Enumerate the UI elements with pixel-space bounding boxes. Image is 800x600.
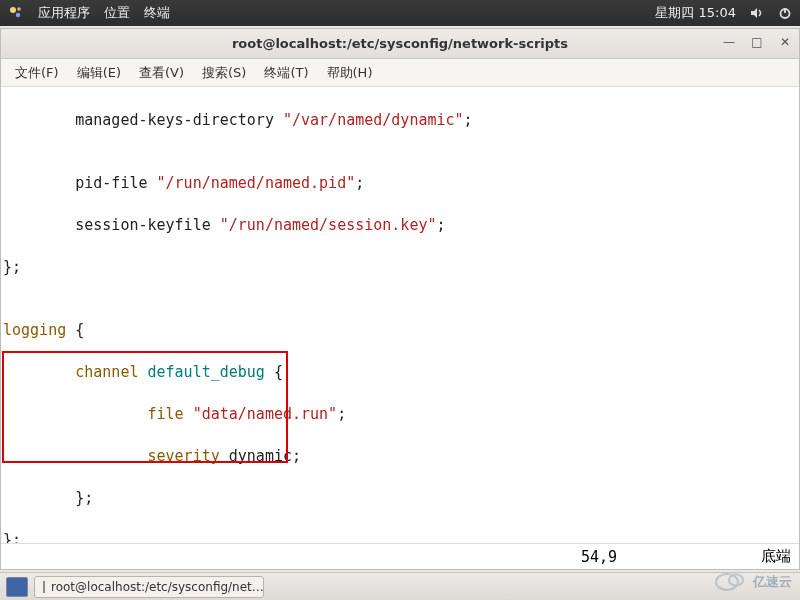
menu-view[interactable]: 查看(V) [131, 61, 192, 85]
menu-search[interactable]: 搜索(S) [194, 61, 254, 85]
topbar-right: 星期四 15:04 [655, 4, 792, 22]
menu-edit[interactable]: 编辑(E) [69, 61, 129, 85]
code-line: logging { [3, 320, 797, 341]
menu-places[interactable]: 位置 [104, 4, 130, 22]
topbar-left: 应用程序 位置 终端 [8, 4, 170, 22]
code-line: pid-file "/run/named/named.pid"; [3, 173, 797, 194]
maximize-button[interactable]: □ [749, 34, 765, 50]
highlight-box [2, 351, 288, 463]
window-titlebar[interactable]: root@localhost:/etc/sysconfig/network-sc… [1, 29, 799, 59]
taskbar-item-terminal[interactable]: root@localhost:/etc/sysconfig/net… [34, 576, 264, 598]
menu-applications[interactable]: 应用程序 [38, 4, 90, 22]
volume-icon[interactable] [750, 6, 764, 20]
taskbar-item-label: root@localhost:/etc/sysconfig/net… [51, 580, 264, 594]
svg-point-1 [17, 7, 21, 11]
foot-icon [8, 5, 24, 21]
terminal-icon [43, 581, 45, 593]
editor-area[interactable]: managed-keys-directory "/var/named/dynam… [1, 87, 799, 543]
window-controls: — □ ✕ [721, 34, 793, 50]
svg-point-6 [716, 574, 738, 590]
menu-terminal[interactable]: 终端(T) [256, 61, 316, 85]
power-icon[interactable] [778, 6, 792, 20]
menubar: 文件(F) 编辑(E) 查看(V) 搜索(S) 终端(T) 帮助(H) [1, 59, 799, 87]
clock[interactable]: 星期四 15:04 [655, 4, 736, 22]
menu-terminal[interactable]: 终端 [144, 4, 170, 22]
close-button[interactable]: ✕ [777, 34, 793, 50]
code-line: }; [3, 530, 797, 543]
gnome-topbar: 应用程序 位置 终端 星期四 15:04 [0, 0, 800, 26]
code-line: managed-keys-directory "/var/named/dynam… [3, 110, 797, 131]
vim-statusbar: 54,9 底端 [1, 543, 799, 569]
gnome-taskbar: root@localhost:/etc/sysconfig/net… [0, 572, 800, 600]
watermark: 亿速云 [714, 571, 792, 596]
svg-marker-3 [751, 8, 757, 18]
window-title: root@localhost:/etc/sysconfig/network-sc… [232, 36, 568, 51]
minimize-button[interactable]: — [721, 34, 737, 50]
svg-point-2 [16, 13, 20, 17]
svg-point-0 [10, 7, 16, 13]
code-line: session-keyfile "/run/named/session.key"… [3, 215, 797, 236]
code-line: }; [3, 488, 797, 509]
show-desktop-button[interactable] [6, 577, 28, 597]
code-line: }; [3, 257, 797, 278]
terminal-window: root@localhost:/etc/sysconfig/network-sc… [0, 28, 800, 570]
menu-file[interactable]: 文件(F) [7, 61, 67, 85]
mode-indicator: 底端 [761, 547, 791, 566]
menu-help[interactable]: 帮助(H) [319, 61, 381, 85]
cursor-position: 54,9 [581, 548, 617, 566]
